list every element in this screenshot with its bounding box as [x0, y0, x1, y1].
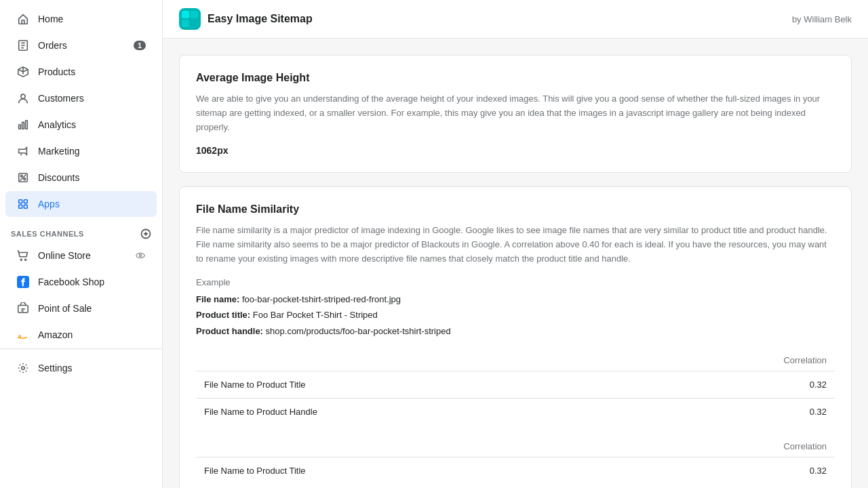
- sidebar-item-apps-label: Apps: [38, 199, 60, 209]
- svg-point-6: [24, 178, 26, 180]
- svg-point-5: [20, 175, 22, 177]
- example-label: Example: [196, 277, 835, 287]
- svg-rect-3: [22, 122, 24, 129]
- apps-icon: [16, 197, 30, 211]
- table1-row2-value: 0.32: [634, 398, 835, 425]
- sidebar-item-home-label: Home: [38, 14, 63, 24]
- sidebar: Home Orders 1 Products Customers A: [0, 0, 163, 488]
- table-row: File Name to Product Handle 0.32: [196, 398, 835, 425]
- content-area: Average Image Height We are able to give…: [163, 39, 868, 488]
- sidebar-item-discounts-label: Discounts: [38, 172, 79, 183]
- svg-point-13: [20, 259, 22, 260]
- amazon-label: Amazon: [38, 329, 73, 340]
- sidebar-item-marketing-label: Marketing: [38, 146, 79, 157]
- app-title: Easy Image Sitemap: [208, 13, 313, 25]
- card2-title: File Name Similarity: [196, 203, 835, 216]
- sidebar-item-online-store[interactable]: Online Store: [5, 243, 157, 268]
- products-icon: [16, 65, 30, 79]
- svg-rect-8: [19, 200, 22, 203]
- home-icon: [16, 12, 30, 26]
- sales-channels-header: SALES CHANNELS: [0, 218, 162, 242]
- file-name-value: foo-bar-pocket-tshirt-striped-red-front.…: [242, 294, 401, 304]
- settings-label: Settings: [38, 363, 73, 373]
- table2-empty-header: [196, 436, 620, 458]
- card2-description: File name similarity is a major predicto…: [196, 224, 835, 266]
- app-logo: Easy Image Sitemap: [179, 8, 313, 30]
- facebook-icon: [16, 275, 30, 289]
- topbar-author: by William Belk: [792, 14, 852, 24]
- orders-icon: [16, 39, 30, 52]
- sidebar-item-orders[interactable]: Orders 1: [5, 33, 157, 58]
- product-handle-label: Product handle:: [196, 326, 263, 336]
- sidebar-item-amazon[interactable]: a Amazon: [5, 322, 157, 348]
- sidebar-item-customers-label: Customers: [38, 93, 84, 104]
- svg-rect-23: [191, 11, 198, 18]
- topbar: Easy Image Sitemap by William Belk: [163, 0, 868, 39]
- discounts-icon: [16, 171, 30, 184]
- correlation-table-2: Correlation File Name to Product Title 0…: [196, 436, 835, 484]
- product-handle-value: shop.com/products/foo-bar-pocket-tshirt-…: [266, 326, 451, 336]
- sidebar-item-products-label: Products: [38, 66, 75, 77]
- table1-correlation-header: Correlation: [634, 350, 835, 371]
- file-name-row: File name: foo-bar-pocket-tshirt-striped…: [196, 291, 835, 307]
- orders-badge: 1: [134, 41, 146, 50]
- table1-row1-value: 0.32: [634, 371, 835, 398]
- pos-icon: [16, 302, 30, 315]
- svg-point-20: [22, 367, 25, 370]
- svg-rect-2: [19, 125, 21, 129]
- file-name-similarity-card: File Name Similarity File name similarit…: [179, 186, 852, 488]
- product-title-label: Product title:: [196, 310, 250, 320]
- svg-point-15: [136, 253, 144, 258]
- card1-title: Average Image Height: [196, 72, 835, 84]
- svg-point-1: [21, 94, 25, 98]
- card1-value: 1062px: [196, 145, 835, 156]
- svg-rect-25: [191, 20, 198, 27]
- facebook-shop-label: Facebook Shop: [38, 277, 104, 287]
- main-content: Easy Image Sitemap by William Belk Avera…: [163, 0, 868, 488]
- svg-rect-24: [182, 20, 189, 27]
- svg-rect-10: [19, 205, 22, 208]
- average-image-height-card: Average Image Height We are able to give…: [179, 55, 852, 173]
- svg-rect-9: [24, 200, 27, 203]
- add-channel-icon[interactable]: [140, 228, 151, 239]
- sidebar-item-marketing[interactable]: Marketing: [5, 138, 157, 164]
- sidebar-item-customers[interactable]: Customers: [5, 85, 157, 111]
- online-store-icon: [16, 249, 30, 262]
- sidebar-item-settings[interactable]: Settings: [5, 355, 157, 381]
- sidebar-item-discounts[interactable]: Discounts: [5, 165, 157, 190]
- table1-empty-header: [196, 350, 634, 371]
- product-title-value: Foo Bar Pocket T-Shirt - Striped: [253, 310, 378, 320]
- svg-rect-4: [26, 121, 28, 129]
- table2-correlation-header: Correlation: [620, 436, 835, 458]
- sidebar-item-apps[interactable]: Apps: [5, 191, 157, 217]
- eye-icon[interactable]: [135, 250, 146, 261]
- svg-point-14: [25, 259, 26, 260]
- table2-row1-value: 0.32: [620, 457, 835, 484]
- marketing-icon: [16, 144, 30, 158]
- table1-row1-label: File Name to Product Title: [196, 371, 634, 398]
- svg-rect-22: [182, 11, 189, 18]
- customers-icon: [16, 92, 30, 105]
- table2-row1-label: File Name to Product Title: [196, 457, 620, 484]
- sidebar-item-facebook-shop[interactable]: Facebook Shop: [5, 269, 157, 295]
- sidebar-item-orders-label: Orders: [38, 40, 67, 51]
- svg-rect-11: [24, 205, 27, 208]
- sidebar-item-analytics-label: Analytics: [38, 119, 76, 130]
- analytics-icon: [16, 118, 30, 131]
- point-of-sale-label: Point of Sale: [38, 303, 92, 314]
- product-handle-row: Product handle: shop.com/products/foo-ba…: [196, 323, 835, 339]
- settings-icon: [16, 361, 30, 375]
- table1-row2-label: File Name to Product Handle: [196, 398, 634, 425]
- app-logo-icon: [179, 8, 201, 30]
- product-title-row: Product title: Foo Bar Pocket T-Shirt - …: [196, 307, 835, 323]
- sidebar-item-point-of-sale[interactable]: Point of Sale: [5, 296, 157, 321]
- sidebar-item-analytics[interactable]: Analytics: [5, 112, 157, 138]
- example-section: Example File name: foo-bar-pocket-tshirt…: [196, 277, 835, 339]
- sidebar-item-home[interactable]: Home: [5, 6, 157, 32]
- online-store-label: Online Store: [38, 250, 91, 261]
- correlation-table-1: Correlation File Name to Product Title 0…: [196, 350, 835, 425]
- sidebar-item-products[interactable]: Products: [5, 59, 157, 85]
- settings-section: Settings: [0, 348, 162, 387]
- sidebar-nav: Home Orders 1 Products Customers A: [0, 0, 162, 392]
- sales-channels-label: SALES CHANNELS: [11, 230, 84, 238]
